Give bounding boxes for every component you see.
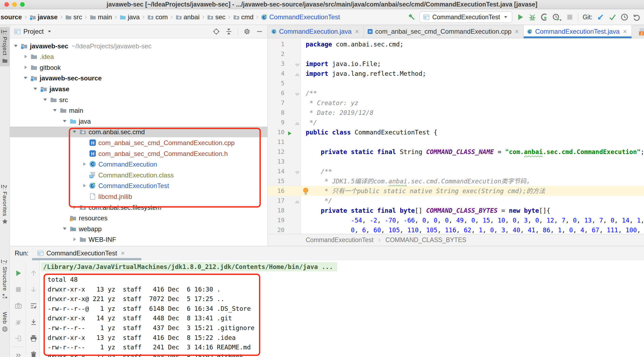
tree-row-CommandExecution.class[interactable]: 01CommandExecution.class: [10, 170, 267, 180]
fold-marker-icon[interactable]: [294, 61, 300, 67]
chevron-right-icon[interactable]: [81, 182, 87, 189]
chevron-down-icon[interactable]: [32, 86, 39, 92]
tree-row-libcmd.jnilib[interactable]: libcmd.jnilib: [10, 191, 267, 202]
chevron-down-icon[interactable]: [61, 226, 68, 232]
chevron-right-icon[interactable]: [71, 204, 78, 211]
chevron-down-icon[interactable]: [71, 129, 78, 135]
chevron-right-icon[interactable]: [71, 236, 78, 243]
fold-marker-icon[interactable]: [294, 198, 300, 204]
more-actions-icon[interactable]: [15, 352, 22, 357]
tool-window-button-structure[interactable]: 7: Structure: [0, 257, 10, 302]
breadcrumb-item-CommandExecutionTest[interactable]: CCommandExecutionTest: [261, 13, 340, 21]
breadcrumb-item-javase[interactable]: javase: [30, 13, 58, 21]
code-line-16[interactable]: 16 * 只有一个public static native String exe…: [268, 186, 644, 196]
breadcrumb-item-src[interactable]: src: [65, 13, 82, 21]
run-with-coverage-button[interactable]: [540, 13, 548, 21]
fold-marker-icon[interactable]: [294, 120, 300, 126]
editor-breadcrumb-item-COMMAND_CLASS_BYTES[interactable]: COMMAND_CLASS_BYTES: [385, 236, 466, 244]
tree-row-gitbook[interactable]: gitbook: [10, 62, 267, 73]
code-line-10[interactable]: 10public class CommandExecutionTest {: [268, 127, 644, 137]
tree-row-javaweb-sec-source[interactable]: javaweb-sec-source: [10, 73, 267, 83]
close-icon[interactable]: [622, 29, 628, 35]
code-line-11[interactable]: 11: [268, 137, 644, 147]
stop-icon[interactable]: [15, 286, 22, 293]
breadcrumb-item-source[interactable]: source: [1, 13, 22, 21]
tree-row-com_anbai_sec_cmd_CommandExecution.cpp[interactable]: Hcom_anbai_sec_cmd_CommandExecution.cpp: [10, 137, 267, 148]
chevron-down-icon[interactable]: [52, 107, 58, 114]
prev-occurrence-icon[interactable]: [30, 270, 37, 277]
run-config-select[interactable]: CommandExecutionTest: [420, 11, 512, 23]
tree-row-main[interactable]: main: [10, 105, 267, 116]
code-line-6[interactable]: 6/**: [268, 88, 644, 98]
profiler-button[interactable]: [552, 13, 562, 21]
code-line-19[interactable]: 19 -54, -2, -70, -66, 0, 0, 0, 49, 0, 15…: [268, 215, 644, 225]
git-commit-icon[interactable]: [609, 13, 616, 21]
tree-row-javase[interactable]: javase: [10, 83, 267, 94]
chevron-down-icon[interactable]: [42, 96, 48, 103]
chevron-down-icon[interactable]: [12, 43, 19, 49]
tree-row-CommandExecutionTest[interactable]: CCommandExecutionTest: [10, 180, 267, 191]
code-line-12[interactable]: 12 private static final String COMMAND_C…: [268, 147, 644, 157]
close-icon[interactable]: [514, 29, 520, 35]
run-line-icon[interactable]: [287, 129, 293, 135]
breadcrumb-item-main[interactable]: main: [90, 13, 112, 21]
code-line-14[interactable]: 14 /**: [268, 167, 644, 176]
breadcrumb-item-anbai[interactable]: anbai: [176, 13, 200, 21]
build-project-icon[interactable]: [408, 13, 415, 21]
exit-icon[interactable]: [15, 335, 22, 342]
dump-threads-icon[interactable]: [15, 302, 22, 309]
scroll-to-end-icon[interactable]: [30, 318, 37, 326]
select-opened-file-icon[interactable]: [213, 28, 220, 35]
print-icon[interactable]: [30, 335, 37, 342]
code-line-13[interactable]: 13: [268, 157, 644, 167]
debug-button[interactable]: [529, 13, 536, 21]
close-icon[interactable]: [120, 250, 126, 256]
chevron-right-icon[interactable]: [22, 64, 29, 71]
tree-row-WEB-INF[interactable]: WEB-INF: [10, 234, 267, 245]
tool-window-button-web[interactable]: Web: [0, 309, 10, 335]
code-line-2[interactable]: 2: [268, 49, 644, 59]
gear-icon[interactable]: [243, 28, 251, 35]
clear-all-icon[interactable]: [30, 351, 37, 357]
tree-row-CommandExecution[interactable]: CCommandExecution: [10, 159, 267, 170]
close-icon[interactable]: [354, 29, 360, 35]
editor-breadcrumb-item-CommandExecutionTest[interactable]: CommandExecutionTest: [306, 236, 373, 244]
minimize-window-button[interactable]: [12, 2, 17, 7]
tree-row-com_anbai_sec_cmd_CommandExecution.h[interactable]: Hcom_anbai_sec_cmd_CommandExecution.h: [10, 148, 267, 159]
run-button[interactable]: [517, 13, 524, 21]
tree-row-resources[interactable]: resources: [10, 213, 267, 223]
git-rollback-icon[interactable]: [633, 13, 640, 21]
git-update-icon[interactable]: [597, 13, 604, 21]
tool-window-button-project[interactable]: 1: Project: [0, 27, 10, 66]
close-window-button[interactable]: [4, 2, 9, 7]
next-occurrence-icon[interactable]: [30, 286, 37, 293]
hide-panel-icon[interactable]: [256, 28, 263, 35]
code-line-9[interactable]: 9 */: [268, 118, 644, 127]
chevron-right-icon[interactable]: [81, 161, 87, 167]
chevron-down-icon[interactable]: [46, 29, 52, 35]
editor-tab-com_anbai_sec_cmd_CommandExecution.cpp[interactable]: Hcom_anbai_sec_cmd_CommandExecution.cpp: [364, 25, 524, 38]
code-line-7[interactable]: 7 * Creator: yz: [268, 98, 644, 108]
tree-row-java[interactable]: java: [10, 116, 267, 126]
editor-tab-CommandExecution.java[interactable]: CCommandExecution.java: [268, 25, 364, 38]
chevron-right-icon[interactable]: [22, 53, 29, 60]
code-line-20[interactable]: 20 0, 6, 60, 105, 110, 105, 116, 62, 1, …: [268, 225, 644, 235]
code-editor[interactable]: 1package com.anbai.sec.cmd;23import java…: [268, 38, 644, 234]
breadcrumb-item-sec[interactable]: sec: [207, 13, 225, 21]
code-line-4[interactable]: 4import java.lang.reflect.Method;: [268, 69, 644, 79]
zoom-window-button[interactable]: [20, 2, 25, 7]
tree-row-src[interactable]: src: [10, 94, 267, 105]
breadcrumb-item-com[interactable]: com: [147, 13, 168, 21]
attach-debugger-icon[interactable]: [15, 318, 22, 326]
code-line-5[interactable]: 5: [268, 79, 644, 88]
tree-row-com.anbai.sec.cmd[interactable]: com.anbai.sec.cmd: [10, 127, 267, 137]
tool-window-button-favorites[interactable]: 2: Favorites: [0, 182, 10, 227]
project-panel-title[interactable]: Project: [23, 28, 44, 35]
soft-wrap-icon[interactable]: [30, 302, 37, 309]
fold-marker-icon[interactable]: [294, 71, 300, 77]
code-line-1[interactable]: 1package com.anbai.sec.cmd;: [268, 39, 644, 49]
chevron-down-icon[interactable]: [61, 118, 68, 124]
code-line-18[interactable]: 18 private static final byte[] COMMAND_C…: [268, 206, 644, 215]
chevron-down-icon[interactable]: [22, 75, 29, 81]
code-line-8[interactable]: 8 * Date: 2019/12/8: [268, 108, 644, 118]
